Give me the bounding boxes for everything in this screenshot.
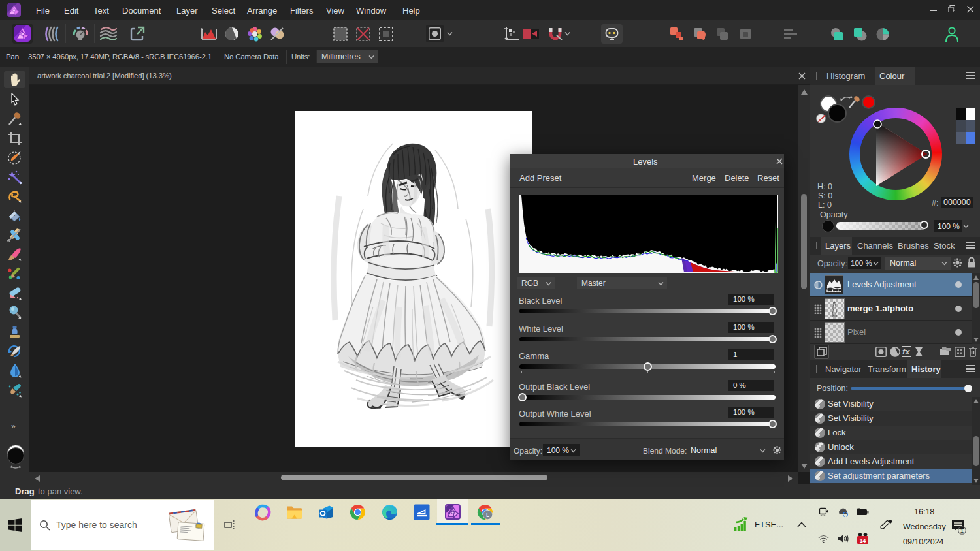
svg-text:14: 14 [860,537,866,544]
svg-text:L: L [486,512,489,518]
svg-text:1: 1 [960,527,964,534]
